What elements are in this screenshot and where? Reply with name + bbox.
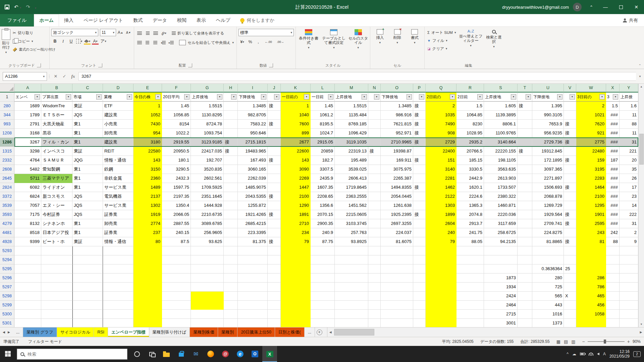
shrink-font-button[interactable]: A▼ — [125, 29, 132, 36]
cell-F280[interactable]: 1.45 — [162, 102, 191, 111]
cell-S1[interactable]: 上昇接地▼ — [484, 93, 518, 102]
column-header-E[interactable]: E — [133, 84, 162, 93]
horizontal-scroll-thumb[interactable] — [334, 329, 374, 336]
cell-C280[interactable]: 東証 — [72, 102, 103, 111]
cell-W2608[interactable]: 3195 — [576, 165, 606, 174]
ribbon-tab-挿入[interactable]: 挿入 — [59, 14, 78, 26]
cell-O3372[interactable]: 2054.0445 — [381, 192, 413, 201]
mail-button[interactable]: ✉ — [189, 346, 203, 362]
cell-J4279[interactable] — [268, 219, 281, 228]
cell-I1315[interactable]: 19483.965 — [238, 147, 268, 156]
cell-T5299[interactable] — [518, 301, 532, 310]
cell-A4928[interactable]: 9399 — [14, 237, 41, 246]
cell-Y1[interactable]: 上昇接 — [620, 93, 638, 102]
cell-J5300[interactable] — [268, 310, 281, 319]
cell-H5296[interactable] — [224, 274, 238, 283]
cell-K3593[interactable]: 1891 — [281, 210, 311, 219]
align-middle-button[interactable] — [144, 29, 151, 37]
column-header-P[interactable]: P — [413, 84, 426, 93]
cell-U1315[interactable]: 19312.845 — [532, 147, 564, 156]
currency-format-button[interactable]: ¥▾ — [238, 38, 246, 46]
row-header-1286[interactable]: 1286 — [0, 138, 14, 147]
column-header-I[interactable]: I — [238, 84, 268, 93]
cell-G5299[interactable] — [191, 301, 224, 310]
cell-Y4481[interactable]: 2 — [620, 228, 638, 237]
column-header-Q[interactable]: Q — [426, 84, 457, 93]
cell-K5301[interactable] — [281, 319, 311, 327]
cell-I5301[interactable] — [238, 319, 268, 327]
cell-K2824[interactable]: 1447 — [281, 183, 311, 192]
cell-M5301[interactable] — [335, 319, 368, 327]
cell-R5298[interactable] — [457, 292, 484, 301]
customize-qat-button[interactable]: ▾ — [35, 4, 37, 10]
cell-H5293[interactable] — [224, 246, 238, 255]
cell-B5301[interactable] — [41, 319, 72, 327]
cell-G4279[interactable]: 3089.6785 — [191, 219, 224, 228]
cell-X4928[interactable]: 88 — [606, 237, 620, 246]
cell-I5293[interactable] — [238, 246, 268, 255]
column-header-U[interactable]: U — [532, 84, 564, 93]
cell-S5301[interactable]: 3001 — [484, 319, 518, 327]
account-avatar[interactable]: D — [573, 3, 582, 11]
cell-H993[interactable] — [224, 120, 238, 129]
cell-N344[interactable] — [368, 111, 381, 120]
underline-button[interactable]: U — [67, 38, 75, 45]
cell-J344[interactable] — [268, 111, 281, 120]
filter-button-B[interactable]: ▼ — [66, 94, 71, 100]
row-header-3372[interactable]: 3372 — [0, 192, 14, 201]
cell-Y3593[interactable]: 222 — [620, 210, 638, 219]
notification-center-button[interactable]: 2 — [633, 351, 641, 357]
cell-S280[interactable]: 1.605 — [484, 102, 518, 111]
cell-M5295[interactable] — [335, 264, 368, 274]
cell-V4928[interactable]: 接 — [564, 237, 576, 246]
cell-W5300[interactable]: 1058 — [576, 310, 606, 319]
cell-B2824[interactable]: ライドオン — [41, 183, 72, 192]
cell-F344[interactable]: 1056.85 — [162, 111, 191, 120]
cell-N5295[interactable] — [368, 264, 381, 274]
cell-C5301[interactable] — [72, 319, 103, 327]
cell-P5295[interactable] — [413, 264, 426, 274]
cell-A5300[interactable] — [14, 310, 41, 319]
cell-X5298[interactable] — [606, 292, 620, 301]
cell-D993[interactable]: 小売業 — [103, 120, 133, 129]
cell-J993[interactable]: 接 — [268, 120, 281, 129]
dialog-launcher-icon[interactable] — [37, 63, 41, 67]
select-all-corner[interactable] — [0, 84, 14, 93]
cell-W2332[interactable]: 159 — [576, 156, 606, 165]
maximize-button[interactable] — [613, 0, 629, 14]
account-email[interactable]: dryyourtearswithlove1@gmail.com — [502, 5, 569, 10]
cell-K5298[interactable] — [281, 292, 311, 301]
cell-H3539[interactable] — [224, 201, 238, 210]
cell-B3593[interactable]: 今村証券 — [41, 210, 72, 219]
cell-B4279[interactable]: シナネンホ — [41, 219, 72, 228]
column-header-B[interactable]: B — [41, 84, 72, 93]
cell-O4481[interactable]: 224.037 — [381, 228, 413, 237]
cell-Q1[interactable]: 2日前の▼ — [426, 93, 457, 102]
cell-L5294[interactable] — [311, 255, 335, 264]
cell-M5296[interactable] — [335, 274, 368, 283]
ribbon-tab-データ[interactable]: データ — [148, 14, 172, 26]
cell-K5293[interactable] — [281, 246, 311, 255]
cell-N993[interactable] — [368, 120, 381, 129]
cell-V2608[interactable] — [564, 165, 576, 174]
cell-O5299[interactable] — [381, 301, 413, 310]
cell-W1286[interactable]: 2775 — [576, 138, 606, 147]
font-size-combo[interactable]: 11▾ — [100, 29, 116, 36]
cell-B280[interactable]: WisdomTre — [41, 102, 72, 111]
cell-X993[interactable]: ### — [606, 120, 620, 129]
cell-I5298[interactable] — [238, 292, 268, 301]
cell-L2824[interactable]: 1607.35 — [311, 183, 335, 192]
cell-R5293[interactable] — [457, 246, 484, 255]
cell-R1315[interactable]: 20766.5 — [457, 147, 484, 156]
filter-button-L[interactable]: ▼ — [328, 94, 333, 100]
cell-N1[interactable]: ▼ — [368, 93, 381, 102]
cell-J5299[interactable] — [268, 301, 281, 310]
cell-F5301[interactable] — [162, 319, 191, 327]
cell-F2824[interactable]: 1597.75 — [162, 183, 191, 192]
search-input[interactable] — [28, 352, 111, 357]
formula-input[interactable]: 3267 — [78, 72, 636, 81]
dialog-launcher-icon[interactable] — [188, 63, 192, 67]
cell-K280[interactable]: 1 — [281, 102, 311, 111]
cell-G5296[interactable] — [191, 274, 224, 283]
cell-T3372[interactable] — [518, 192, 532, 201]
